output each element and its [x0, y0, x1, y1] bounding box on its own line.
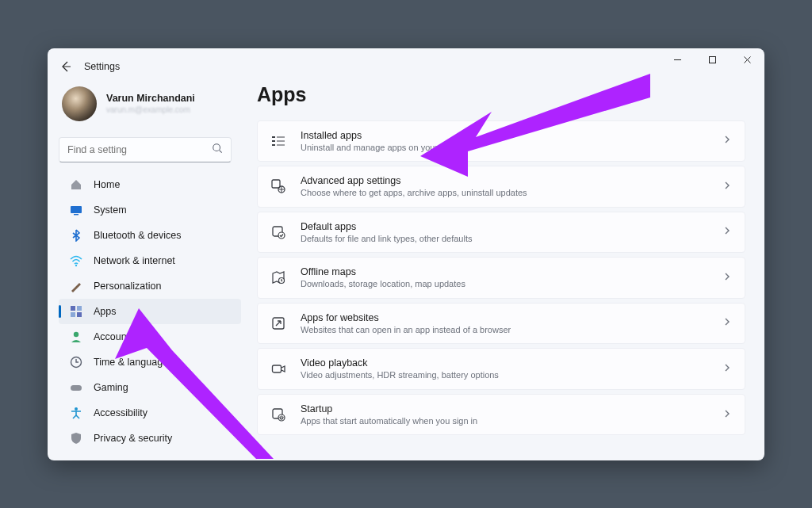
card-subtitle: Apps that start automatically when you s…: [301, 415, 708, 426]
startup-icon: [270, 407, 286, 422]
chevron-right-icon: [722, 226, 732, 238]
main-content: Apps Installed apps Uninstall and manage…: [257, 83, 745, 451]
sidebar-item-accounts[interactable]: Accounts: [59, 324, 241, 349]
svg-rect-11: [77, 306, 82, 311]
sidebar-item-apps[interactable]: Apps: [59, 299, 241, 324]
sidebar-item-accessibility[interactable]: Accessibility: [59, 400, 241, 426]
close-button[interactable]: [730, 48, 764, 72]
card-video-playback[interactable]: Video playback Video adjustments, HDR st…: [257, 348, 745, 390]
card-default-apps[interactable]: Default apps Defaults for file and link …: [257, 212, 745, 254]
home-icon: [70, 178, 82, 191]
sidebar-item-gaming[interactable]: Gaming: [59, 375, 241, 400]
nav-list: Home System Bluetooth & devices Network …: [59, 172, 241, 451]
chevron-right-icon: [722, 363, 732, 375]
card-advanced-app-settings[interactable]: Advanced app settings Choose where to ge…: [257, 166, 745, 208]
sidebar-item-network-internet[interactable]: Network & internet: [59, 248, 241, 273]
card-title: Default apps: [301, 220, 708, 233]
time-icon: [70, 356, 82, 369]
default-apps-icon: [270, 224, 286, 240]
sidebar-item-system[interactable]: System: [59, 197, 241, 223]
sidebar-item-time-language[interactable]: Time & language: [59, 349, 241, 375]
personalization-icon: [70, 280, 82, 292]
svg-point-17: [75, 407, 78, 411]
card-title: Video playback: [301, 357, 708, 369]
svg-point-5: [213, 144, 220, 151]
card-subtitle: Video adjustments, HDR streaming, batter…: [301, 369, 708, 380]
sidebar-item-privacy-security[interactable]: Privacy & security: [59, 426, 241, 451]
chevron-right-icon: [722, 135, 732, 147]
sidebar-item-label: Bluetooth & devices: [94, 230, 182, 241]
apps-websites-icon: [270, 315, 286, 331]
search-icon: [212, 143, 223, 156]
sidebar-item-label: Home: [94, 179, 120, 190]
cards-list: Installed apps Uninstall and manage apps…: [257, 120, 745, 436]
svg-rect-24: [272, 180, 280, 188]
card-subtitle: Choose where to get apps, archive apps, …: [301, 187, 708, 198]
profile-block[interactable]: Varun Mirchandani varun.m@example.com: [59, 83, 241, 134]
bluetooth-icon: [70, 229, 82, 242]
page-title: Apps: [257, 83, 745, 106]
gaming-icon: [70, 381, 82, 394]
svg-rect-20: [272, 144, 275, 146]
svg-rect-16: [71, 385, 82, 391]
card-title: Apps for websites: [301, 311, 708, 324]
card-startup[interactable]: Startup Apps that start automatically wh…: [257, 394, 745, 436]
profile-email: varun.m@example.com: [106, 105, 195, 114]
minimize-button[interactable]: [660, 48, 695, 72]
sidebar-item-label: Network & internet: [94, 255, 175, 266]
svg-rect-8: [74, 214, 79, 215]
sidebar-item-bluetooth-devices[interactable]: Bluetooth & devices: [59, 223, 241, 248]
sidebar-item-label: Gaming: [94, 382, 128, 393]
svg-rect-13: [77, 312, 82, 317]
sidebar-item-label: System: [94, 204, 127, 216]
sidebar-item-home[interactable]: Home: [59, 172, 241, 197]
advanced-app-settings-icon: [270, 178, 286, 194]
svg-rect-18: [272, 136, 275, 138]
card-subtitle: Websites that can open in an app instead…: [301, 324, 708, 335]
search-input[interactable]: [67, 144, 212, 155]
card-offline-maps[interactable]: Offline maps Downloads, storage location…: [257, 257, 745, 299]
sidebar: Varun Mirchandani varun.m@example.com Ho…: [59, 83, 241, 451]
back-button[interactable]: [59, 59, 73, 74]
card-installed-apps[interactable]: Installed apps Uninstall and manage apps…: [257, 120, 745, 162]
profile-name: Varun Mirchandani: [106, 93, 195, 104]
sidebar-item-label: Accessibility: [94, 407, 147, 418]
accessibility-icon: [70, 407, 82, 419]
card-title: Advanced app settings: [301, 174, 708, 187]
sidebar-item-label: Privacy & security: [94, 433, 172, 444]
svg-rect-30: [273, 365, 282, 372]
window-header: Settings: [59, 59, 120, 74]
video-playback-icon: [270, 361, 286, 377]
window-controls: [660, 48, 764, 72]
accounts-icon: [70, 330, 82, 343]
card-subtitle: Defaults for file and link types, other …: [301, 233, 708, 244]
network-icon: [70, 254, 82, 267]
svg-point-14: [74, 331, 79, 336]
offline-maps-icon: [270, 269, 286, 285]
chevron-right-icon: [722, 317, 732, 329]
chevron-right-icon: [722, 181, 732, 193]
settings-window: Settings Varun Mirchandani varun.m@examp…: [48, 48, 764, 460]
chevron-right-icon: [722, 272, 732, 284]
card-title: Offline maps: [301, 265, 708, 278]
svg-point-9: [75, 264, 77, 265]
apps-icon: [70, 305, 82, 318]
avatar: [62, 86, 97, 121]
svg-rect-19: [272, 140, 275, 142]
svg-rect-1: [709, 57, 715, 63]
sidebar-item-label: Apps: [94, 306, 117, 317]
maximize-button[interactable]: [695, 48, 730, 72]
card-apps-for-websites[interactable]: Apps for websites Websites that can open…: [257, 303, 745, 345]
svg-rect-10: [71, 306, 75, 311]
system-icon: [70, 204, 82, 216]
card-title: Startup: [301, 403, 708, 415]
privacy-icon: [70, 432, 82, 445]
card-subtitle: Downloads, storage location, map updates: [301, 278, 708, 289]
sidebar-item-personalization[interactable]: Personalization: [59, 273, 241, 299]
sidebar-item-label: Time & language: [94, 357, 168, 368]
card-subtitle: Uninstall and manage apps on your PC: [301, 142, 708, 153]
app-title: Settings: [84, 61, 120, 72]
search-box[interactable]: [59, 137, 232, 162]
svg-rect-12: [71, 312, 75, 317]
card-title: Installed apps: [301, 129, 708, 142]
